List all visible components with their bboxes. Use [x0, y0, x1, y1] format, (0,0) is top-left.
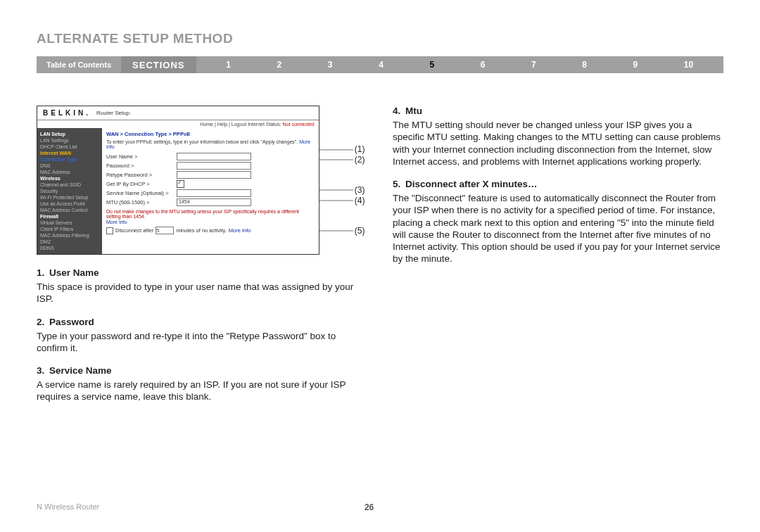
- item-3-text: A service name is rarely required by an …: [37, 379, 367, 403]
- item-4-heading: 4.Mtu: [393, 106, 723, 116]
- item-1-text: This space is provided to type in your u…: [37, 281, 367, 305]
- more-info-link-2[interactable]: More Info: [106, 220, 315, 224]
- router-subtitle: Router Setup: [96, 110, 129, 116]
- item-5-heading: 5.Disconnect after X minutes…: [393, 179, 723, 189]
- item-5-text: The "Disconnect" feature is used to auto…: [393, 192, 723, 265]
- nav-7[interactable]: 7: [531, 60, 536, 70]
- nav-10[interactable]: 10: [684, 60, 693, 70]
- item-2-heading: 2.Password: [37, 317, 367, 327]
- mtu-input[interactable]: 1454: [177, 198, 251, 206]
- item-3-heading: 3.Service Name: [37, 365, 367, 376]
- section-nav: Table of Contents sections 1 2 3 4 5 6 7…: [37, 56, 723, 73]
- mtu-warning: Do not make changes to the MTU setting u…: [106, 209, 315, 219]
- belkin-logo: BELKIN.: [43, 109, 91, 117]
- nav-9[interactable]: 9: [633, 60, 638, 70]
- router-breadcrumb: WAN > Connection Type > PPPoE: [106, 131, 315, 137]
- nav-2[interactable]: 2: [277, 60, 282, 70]
- page-footer: N Wireless Router 26: [37, 502, 723, 512]
- router-sidebar: LAN Setup LAN Settings DHCP Client List …: [37, 128, 102, 254]
- dhcp-checkbox[interactable]: [177, 180, 184, 188]
- toc-link[interactable]: Table of Contents: [37, 61, 121, 69]
- nav-5[interactable]: 5: [429, 60, 434, 70]
- service-name-input[interactable]: [177, 189, 251, 197]
- nav-3[interactable]: 3: [328, 60, 333, 70]
- retype-password-input[interactable]: [177, 171, 251, 179]
- sections-label: sections: [121, 56, 196, 73]
- router-top-links: Home | Help | Logout Internet Status: No…: [37, 120, 319, 128]
- nav-4[interactable]: 4: [379, 60, 384, 70]
- disconnect-minutes-input[interactable]: 5: [156, 227, 174, 234]
- nav-1[interactable]: 1: [226, 60, 231, 70]
- item-4-text: The MTU setting should never be changed …: [393, 119, 723, 167]
- item-2-text: Type in your password and re-type it int…: [37, 330, 367, 355]
- nav-8[interactable]: 8: [582, 60, 587, 70]
- nav-6[interactable]: 6: [481, 60, 486, 70]
- item-1-heading: 1.User Name: [37, 267, 367, 278]
- username-input[interactable]: [177, 153, 251, 160]
- callout-numbers: (1) (2) (3) (4) (5): [319, 106, 367, 255]
- more-info-link-3[interactable]: More Info: [229, 227, 251, 234]
- page-number: 26: [365, 502, 374, 512]
- router-main: WAN > Connection Type > PPPoE To enter y…: [102, 128, 319, 254]
- router-screenshot: BELKIN. Router Setup Home | Help | Logou…: [37, 106, 319, 255]
- footer-product: N Wireless Router: [37, 502, 99, 512]
- password-input[interactable]: [177, 162, 251, 170]
- disconnect-checkbox[interactable]: [106, 227, 113, 234]
- page-title: Alternate Setup Method: [37, 31, 723, 46]
